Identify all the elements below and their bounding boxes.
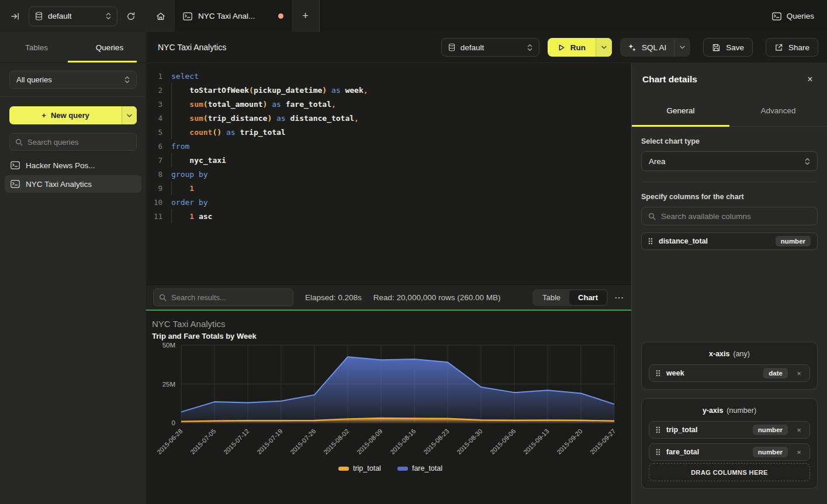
chart-type-select[interactable]: Area bbox=[641, 151, 818, 171]
remove-column-button[interactable]: × bbox=[795, 369, 803, 378]
sql-editor[interactable]: 1select2 toStartOfWeek(pickup_datetime) … bbox=[146, 63, 631, 284]
code-line[interactable]: 2 toStartOfWeek(pickup_datetime) as week… bbox=[146, 84, 631, 98]
y-axis-hint: (number) bbox=[726, 406, 756, 415]
legend-label: trip_total bbox=[353, 464, 381, 472]
home-icon bbox=[155, 11, 166, 22]
svg-text:2015-07-19: 2015-07-19 bbox=[255, 427, 283, 456]
results-search[interactable] bbox=[153, 289, 293, 306]
column-name: fare_total bbox=[666, 448, 699, 456]
drag-handle-icon[interactable] bbox=[656, 449, 660, 456]
updown-chevron-icon bbox=[527, 44, 532, 51]
header-database-value: default bbox=[461, 43, 485, 52]
svg-text:2015-09-13: 2015-09-13 bbox=[522, 427, 550, 456]
sidebar-tab-queries[interactable]: Queries bbox=[73, 32, 146, 62]
line-number: 9 bbox=[146, 182, 162, 196]
code-text: order by bbox=[171, 196, 208, 210]
column-chip[interactable]: weekdate× bbox=[649, 364, 810, 382]
query-search-input[interactable] bbox=[27, 138, 131, 147]
code-line[interactable]: 6from bbox=[146, 140, 631, 154]
chart-type-label: Select chart type bbox=[641, 137, 818, 145]
refresh-button[interactable] bbox=[123, 8, 139, 25]
code-line[interactable]: 1select bbox=[146, 69, 631, 84]
tab-nyc-taxi-analytics[interactable]: NYC Taxi Anal... bbox=[175, 0, 292, 32]
column-chip[interactable]: fare_totalnumber× bbox=[649, 443, 810, 461]
line-number: 11 bbox=[146, 210, 162, 224]
new-query-button[interactable]: +New query bbox=[9, 106, 137, 124]
divider bbox=[641, 182, 818, 182]
new-query-label: New query bbox=[51, 111, 89, 120]
code-line[interactable]: 4 sum(trip_distance) as distance_total, bbox=[146, 112, 631, 126]
chart-details-panel: Chart details × General Advanced Select … bbox=[631, 63, 827, 504]
share-label: Share bbox=[788, 43, 809, 52]
code-text: sum(trip_distance) as distance_total, bbox=[171, 112, 359, 126]
sql-ai-main[interactable]: SQL AI bbox=[620, 38, 674, 57]
remove-column-button[interactable]: × bbox=[795, 426, 803, 435]
panel-tab-advanced[interactable]: Advanced bbox=[729, 95, 827, 126]
home-button[interactable] bbox=[146, 0, 175, 32]
drag-columns-dropzone[interactable]: DRAG COLUMNS HERE bbox=[649, 463, 810, 481]
panel-tabs: General Advanced bbox=[632, 95, 827, 127]
query-list-item[interactable]: NYC Taxi Analytics bbox=[5, 175, 141, 193]
column-chip[interactable]: distance_totalnumber bbox=[641, 232, 818, 250]
drag-handle-icon[interactable] bbox=[656, 426, 660, 433]
view-toggle-table[interactable]: Table bbox=[534, 290, 569, 305]
sql-ai-label: SQL AI bbox=[642, 43, 666, 52]
view-toggle-chart[interactable]: Chart bbox=[569, 290, 607, 305]
query-list-item[interactable]: Hacker News Pos... bbox=[5, 157, 141, 174]
new-query-dropdown-button[interactable] bbox=[122, 106, 137, 124]
legend-item[interactable]: trip_total bbox=[338, 464, 381, 472]
code-text: count() as trip_total bbox=[171, 126, 286, 140]
column-name: week bbox=[666, 369, 684, 377]
header-database-selector[interactable]: default bbox=[441, 38, 539, 57]
sql-ai-options-button[interactable] bbox=[674, 38, 690, 57]
drag-handle-icon[interactable] bbox=[656, 370, 660, 377]
save-button[interactable]: Save bbox=[703, 38, 753, 57]
svg-text:2015-06-28: 2015-06-28 bbox=[155, 427, 184, 456]
close-panel-button[interactable]: × bbox=[804, 74, 816, 85]
more-options-button[interactable]: ··· bbox=[615, 293, 624, 302]
topbar-database-selector[interactable]: default bbox=[29, 6, 117, 26]
panel-tab-general-label: General bbox=[666, 106, 694, 115]
run-label: Run bbox=[570, 43, 586, 52]
run-button-main[interactable]: Run bbox=[548, 38, 596, 57]
code-text: 1 bbox=[171, 182, 194, 196]
run-options-button[interactable] bbox=[596, 38, 612, 57]
drag-handle-icon[interactable] bbox=[648, 238, 653, 245]
column-chip[interactable]: trip_totalnumber× bbox=[649, 421, 810, 439]
queries-nav-button[interactable]: Queries bbox=[772, 12, 814, 20]
columns-search[interactable] bbox=[641, 207, 818, 225]
query-filter-select[interactable]: All queries bbox=[9, 71, 137, 89]
sidebar-tab-tables[interactable]: Tables bbox=[0, 32, 73, 62]
ellipsis-icon: ··· bbox=[615, 293, 624, 302]
updown-chevron-icon bbox=[106, 12, 111, 20]
collapse-sidebar-icon bbox=[11, 12, 20, 21]
legend-item[interactable]: fare_total bbox=[397, 464, 442, 472]
columns-search-input[interactable] bbox=[661, 212, 811, 221]
code-line[interactable]: 11 1 asc bbox=[146, 210, 631, 224]
sidebar: Tables Queries All queries +New query bbox=[0, 32, 146, 504]
collapse-sidebar-button[interactable] bbox=[7, 8, 23, 25]
code-line[interactable]: 7 nyc_taxi bbox=[146, 154, 631, 168]
run-button[interactable]: Run bbox=[548, 38, 612, 57]
column-type-badge: date bbox=[763, 368, 788, 378]
sql-ai-button[interactable]: SQL AI bbox=[620, 38, 690, 57]
search-icon bbox=[15, 138, 23, 146]
new-query-main[interactable]: +New query bbox=[9, 106, 122, 124]
y-axis-card: y-axis (number) trip_totalnumber×fare_to… bbox=[641, 398, 818, 489]
code-line[interactable]: 3 sum(total_amount) as fare_total, bbox=[146, 98, 631, 112]
code-text: nyc_taxi bbox=[171, 154, 226, 168]
panel-tab-general[interactable]: General bbox=[632, 95, 729, 126]
chart-canvas[interactable]: 50M25M02015-06-282015-07-052015-07-12201… bbox=[152, 340, 629, 464]
code-line[interactable]: 10order by bbox=[146, 196, 631, 210]
new-tab-button[interactable]: + bbox=[292, 0, 320, 32]
share-button[interactable]: Share bbox=[766, 38, 818, 57]
remove-column-button[interactable]: × bbox=[795, 448, 803, 457]
x-axis-columns: weekdate× bbox=[649, 364, 810, 382]
query-search[interactable] bbox=[9, 133, 137, 151]
code-line[interactable]: 9 1 bbox=[146, 182, 631, 196]
query-tab-icon bbox=[183, 12, 192, 20]
code-line[interactable]: 8group by bbox=[146, 168, 631, 182]
updown-chevron-icon bbox=[805, 158, 810, 165]
code-line[interactable]: 5 count() as trip_total bbox=[146, 126, 631, 140]
results-search-input[interactable] bbox=[171, 293, 288, 302]
